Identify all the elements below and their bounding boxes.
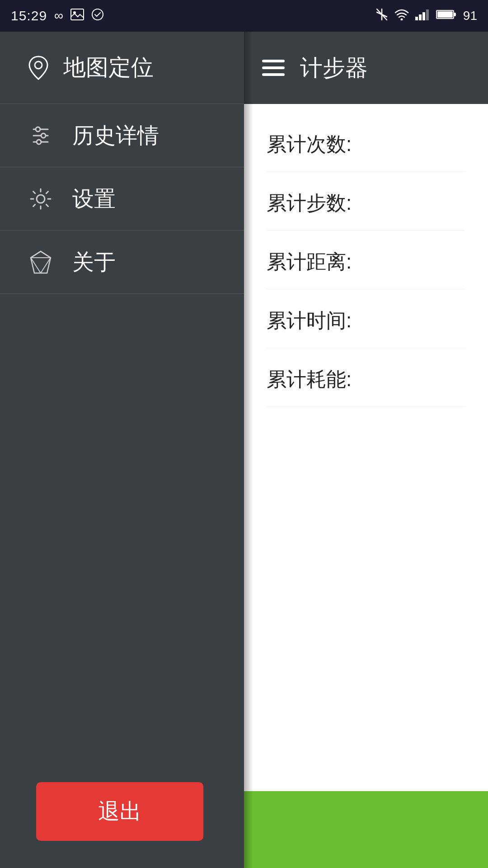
sidebar: 地图定位 历史详情 (0, 0, 244, 868)
svg-point-2 (92, 9, 103, 20)
battery-icon (436, 9, 457, 23)
status-icons-left: ∞ (54, 8, 104, 24)
svg-point-4 (400, 18, 403, 20)
hamburger-line-3 (262, 73, 285, 76)
sidebar-item-about-label: 关于 (72, 248, 116, 277)
svg-point-12 (35, 61, 42, 69)
hamburger-button[interactable] (262, 60, 285, 76)
svg-point-17 (41, 133, 46, 138)
stat-row-time: 累计时间: (267, 294, 465, 348)
logout-area: 退出 (0, 755, 244, 868)
stat-row-count: 累计次数: (267, 118, 465, 172)
hamburger-line-1 (262, 60, 285, 62)
stat-row-steps: 累计步数: (267, 176, 465, 231)
check-circle-icon (91, 8, 104, 24)
sidebar-item-history[interactable]: 历史详情 (0, 104, 244, 167)
sidebar-item-about[interactable]: 关于 (0, 231, 244, 294)
sidebar-item-settings-label: 设置 (72, 184, 116, 213)
wifi-icon (394, 9, 409, 24)
infinity-icon: ∞ (54, 9, 63, 23)
image-icon (70, 9, 84, 24)
sidebar-header: 地图定位 (0, 32, 244, 104)
stat-label-distance: 累计距离: (267, 249, 352, 275)
svg-point-19 (37, 195, 45, 203)
status-time: 15:29 (11, 8, 47, 24)
sliders-icon (27, 124, 54, 147)
hamburger-line-2 (262, 66, 285, 69)
stat-row-calories: 累计耗能: (267, 353, 465, 407)
status-bar: 15:29 ∞ (0, 0, 488, 32)
battery-level: 91 (463, 9, 477, 23)
logout-button[interactable]: 退出 (36, 782, 203, 841)
stat-label-time: 累计时间: (267, 307, 352, 334)
svg-rect-8 (426, 9, 429, 20)
main-header: 计步器 (244, 32, 488, 104)
svg-point-18 (37, 140, 41, 144)
main-panel: 计步器 累计次数: 累计步数: 累计距离: 累计时间: 累计耗能: (244, 0, 488, 868)
status-icons-right: 91 (375, 8, 477, 24)
svg-rect-11 (454, 13, 456, 16)
svg-point-16 (36, 127, 40, 132)
main-green-button[interactable] (244, 791, 488, 868)
sidebar-header-title: 地图定位 (63, 52, 154, 83)
stat-label-count: 累计次数: (267, 131, 352, 158)
diamond-icon (27, 250, 54, 275)
main-header-title: 计步器 (300, 53, 368, 83)
svg-rect-10 (437, 11, 453, 18)
sidebar-item-settings[interactable]: 设置 (0, 167, 244, 231)
gear-icon (27, 187, 54, 211)
stat-row-distance: 累计距离: (267, 235, 465, 289)
svg-rect-7 (422, 12, 425, 20)
stats-area: 累计次数: 累计步数: 累计距离: 累计时间: 累计耗能: (244, 104, 488, 782)
svg-rect-5 (415, 17, 418, 20)
sidebar-menu: 历史详情 设置 关于 (0, 104, 244, 755)
location-pin-icon (27, 54, 50, 81)
svg-rect-6 (419, 14, 422, 20)
mute-icon (375, 8, 388, 24)
stat-label-calories: 累计耗能: (267, 366, 352, 393)
stat-label-steps: 累计步数: (267, 190, 352, 217)
signal-icon (415, 9, 430, 24)
sidebar-item-history-label: 历史详情 (72, 121, 159, 150)
